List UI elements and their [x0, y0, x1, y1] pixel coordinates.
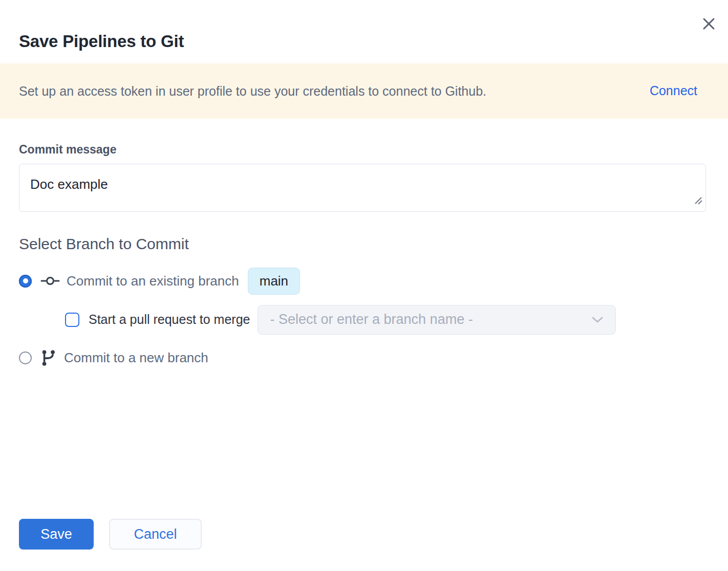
existing-branch-label[interactable]: Commit to an existing branch [67, 273, 239, 289]
commit-message-field-wrap: Doc example [19, 164, 706, 212]
dialog-header: Save Pipelines to Git [0, 0, 728, 51]
close-button[interactable] [698, 13, 719, 34]
cancel-button[interactable]: Cancel [109, 519, 202, 550]
git-commit-icon [40, 274, 60, 288]
close-icon [702, 17, 716, 31]
new-branch-radio[interactable] [19, 352, 32, 364]
select-branch-heading: Select Branch to Commit [19, 235, 706, 253]
chevron-down-icon [591, 315, 604, 324]
radio-dot [23, 278, 28, 283]
banner-message: Set up an access token in user profile t… [19, 83, 650, 100]
existing-branch-radio[interactable] [19, 275, 32, 288]
commit-message-label: Commit message [19, 143, 706, 157]
save-button[interactable]: Save [19, 519, 94, 550]
pull-request-checkbox[interactable] [65, 313, 79, 327]
git-branch-icon [40, 348, 57, 368]
connect-link[interactable]: Connect [650, 83, 697, 98]
merge-branch-select[interactable]: - Select or enter a branch name - [258, 305, 616, 335]
page-title: Save Pipelines to Git [19, 32, 709, 51]
pull-request-row: Start a pull request to merge - Select o… [65, 305, 706, 335]
dialog-body: Commit message Doc example Select Branch… [0, 143, 728, 368]
commit-message-input[interactable]: Doc example [19, 164, 706, 212]
merge-branch-select-placeholder: - Select or enter a branch name - [270, 312, 473, 327]
dialog-footer: Save Cancel [19, 519, 202, 550]
pull-request-label[interactable]: Start a pull request to merge [89, 312, 250, 327]
current-branch-badge: main [248, 268, 300, 295]
new-branch-label[interactable]: Commit to a new branch [64, 350, 208, 366]
access-token-banner: Set up an access token in user profile t… [0, 63, 728, 119]
new-branch-option-row: Commit to a new branch [19, 348, 706, 368]
existing-branch-option-row: Commit to an existing branch main [19, 268, 706, 295]
